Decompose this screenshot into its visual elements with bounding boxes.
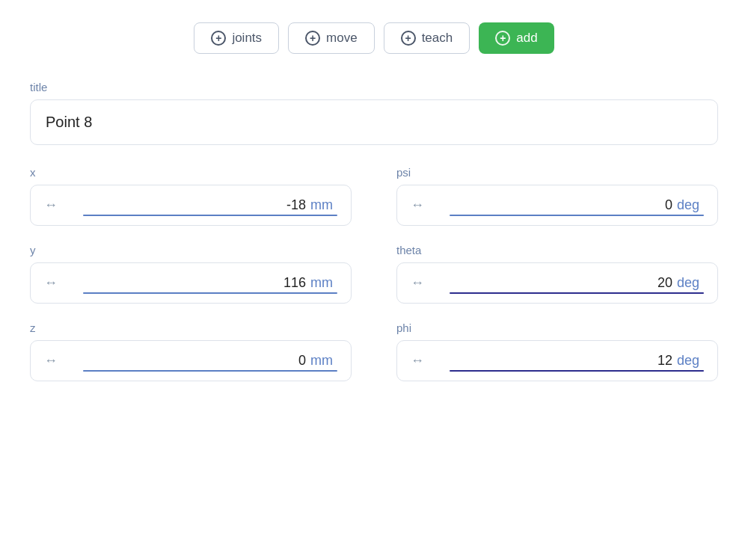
title-input[interactable] <box>30 99 718 145</box>
teach-button[interactable]: + teach <box>384 22 470 54</box>
x-value: -18 <box>67 197 310 213</box>
left-column: x ↔ -18 mm y ↔ 116 mm <box>30 166 352 399</box>
theta-arrow-icon: ↔ <box>411 275 424 291</box>
x-field-group: x ↔ -18 mm <box>30 166 352 226</box>
move-button[interactable]: + move <box>288 22 375 54</box>
psi-label: psi <box>396 166 718 179</box>
phi-unit: deg <box>677 353 704 369</box>
add-button[interactable]: + add <box>479 22 554 54</box>
z-field-group: z ↔ 0 mm <box>30 321 352 381</box>
y-input-wrapper: ↔ 116 mm <box>30 262 352 304</box>
theta-value: 20 <box>433 275 677 291</box>
x-unit: mm <box>310 197 337 213</box>
x-label: x <box>30 166 352 179</box>
add-label: add <box>516 31 537 46</box>
toolbar: + joints + move + teach + add <box>30 22 718 54</box>
psi-field-group: psi ↔ 0 deg <box>396 166 718 226</box>
y-label: y <box>30 244 352 256</box>
psi-unit: deg <box>677 197 704 213</box>
theta-field-group: theta ↔ 20 deg <box>396 244 718 304</box>
form-area: title x ↔ -18 mm y ↔ <box>30 81 718 399</box>
z-input-wrapper: ↔ 0 mm <box>30 340 352 381</box>
plus-circle-icon: + <box>211 31 226 46</box>
plus-circle-green-icon: + <box>495 31 510 46</box>
y-value: 116 <box>67 275 310 291</box>
phi-field-group: phi ↔ 12 deg <box>396 321 718 381</box>
right-column: psi ↔ 0 deg theta ↔ 20 deg <box>396 166 718 399</box>
page: + joints + move + teach + add title x <box>0 0 748 422</box>
theta-input-wrapper: ↔ 20 deg <box>396 262 718 304</box>
y-unit: mm <box>310 275 337 291</box>
joints-label: joints <box>232 31 262 46</box>
plus-circle-icon: + <box>305 31 320 46</box>
z-label: z <box>30 321 352 334</box>
joints-button[interactable]: + joints <box>194 22 279 54</box>
z-unit: mm <box>310 353 337 369</box>
psi-input-wrapper: ↔ 0 deg <box>396 185 718 226</box>
phi-label: phi <box>396 321 718 334</box>
y-field-group: y ↔ 116 mm <box>30 244 352 304</box>
theta-unit: deg <box>677 275 704 291</box>
z-value: 0 <box>67 353 310 369</box>
z-arrow-icon: ↔ <box>44 353 58 369</box>
phi-value: 12 <box>433 353 677 369</box>
title-label: title <box>30 81 718 93</box>
psi-value: 0 <box>433 197 677 213</box>
x-arrow-icon: ↔ <box>44 197 58 213</box>
y-arrow-icon: ↔ <box>44 275 58 291</box>
x-input-wrapper: ↔ -18 mm <box>30 185 352 226</box>
phi-input-wrapper: ↔ 12 deg <box>396 340 718 381</box>
fields-grid: x ↔ -18 mm y ↔ 116 mm <box>30 166 718 399</box>
teach-label: teach <box>422 31 453 46</box>
plus-circle-icon: + <box>401 31 416 46</box>
psi-arrow-icon: ↔ <box>411 197 424 213</box>
phi-arrow-icon: ↔ <box>411 353 424 369</box>
theta-label: theta <box>396 244 718 256</box>
move-label: move <box>326 31 358 46</box>
